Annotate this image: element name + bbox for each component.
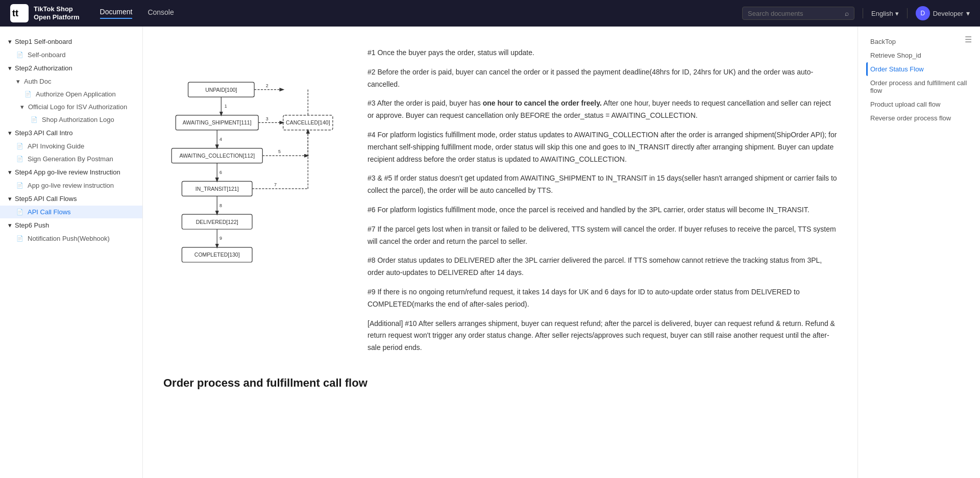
chevron-icon-step4: ▾ xyxy=(8,168,12,176)
nav-document[interactable]: Document xyxy=(100,8,133,19)
svg-text:COMPLETED[130]: COMPLETED[130] xyxy=(194,251,240,258)
description-panel: #1 Once the buyer pays the order, status… xyxy=(368,47,837,361)
svg-text:CANCELLED[140]: CANCELLED[140] xyxy=(286,119,330,125)
toc-item-retrieve-shop[interactable]: Retrieve Shop_id xyxy=(866,48,972,62)
doc-icon-golive: 📄 xyxy=(16,182,23,189)
logo-text: TikTok Shop Open Platform xyxy=(34,5,80,21)
doc-icon-auth: 📄 xyxy=(24,91,32,97)
toc-item-product-upload[interactable]: Product upload call flow xyxy=(866,97,972,111)
svg-text:3: 3 xyxy=(266,116,268,121)
chevron-icon-logo: ▾ xyxy=(20,103,24,111)
desc-2: #2 Before the order is paid, buyer can c… xyxy=(368,66,837,91)
svg-text:9: 9 xyxy=(219,236,222,241)
toc-menu-icon: ☰ xyxy=(965,35,972,44)
doc-icon-logo: 📄 xyxy=(31,116,38,123)
user-area[interactable]: D Developer ▾ xyxy=(916,6,970,20)
chevron-icon-step2: ▾ xyxy=(8,64,12,72)
svg-text:UNPAID[100]: UNPAID[100] xyxy=(205,87,237,93)
chevron-down-icon-user: ▾ xyxy=(966,9,970,17)
svg-text:IN_TRANSIT[121]: IN_TRANSIT[121] xyxy=(195,186,239,192)
desc-6: #6 For platform logistics fulfillment mo… xyxy=(368,204,837,216)
main-content: UNPAID[100] AWAITING_SHIPMENT[111] CANCE… xyxy=(143,27,857,478)
sidebar-item-shop-auth-logo[interactable]: 📄 Shop Authorization Logo xyxy=(0,113,142,126)
tiktok-logo-icon: tt xyxy=(10,4,29,22)
svg-text:5: 5 xyxy=(278,149,281,154)
desc-4: #4 For platform logistics fulfillment mo… xyxy=(368,129,837,165)
svg-text:8: 8 xyxy=(219,203,222,208)
sidebar-item-authorize-open-app[interactable]: 📄 Authorize Open Application xyxy=(0,88,142,100)
desc-3: #3 After the order is paid, buyer has on… xyxy=(368,97,837,122)
sidebar-item-app-golive[interactable]: 📄 App go-live review instruction xyxy=(0,179,142,192)
toc-item-reverse-order[interactable]: Reverse order process flow xyxy=(866,111,972,125)
desc-10: [Additional] #10 After sellers arranges … xyxy=(368,318,837,354)
toc-item-order-process[interactable]: Order process and fulfillment call flow xyxy=(866,76,972,97)
sidebar-item-self-onboard[interactable]: 📄 Self-onboard xyxy=(0,48,142,61)
sidebar-item-auth-doc[interactable]: ▾ Auth Doc xyxy=(0,75,142,88)
sidebar-item-sign-gen[interactable]: 📄 Sign Generation By Postman xyxy=(0,153,142,165)
search-box[interactable]: ⌕ xyxy=(742,7,854,20)
svg-text:1: 1 xyxy=(225,104,227,109)
header-right: ⌕ English ▾ D Developer ▾ xyxy=(742,6,970,20)
divider xyxy=(863,8,863,18)
divider2 xyxy=(907,8,908,18)
header: tt TikTok Shop Open Platform Document Co… xyxy=(0,0,980,27)
svg-text:DELIVERED[122]: DELIVERED[122] xyxy=(196,219,238,225)
flowchart-svg: UNPAID[100] AWAITING_SHIPMENT[111] CANCE… xyxy=(163,47,337,287)
right-toc: ☰ BackTop Retrieve Shop_id Order Status … xyxy=(857,27,980,478)
search-input[interactable] xyxy=(748,10,841,17)
svg-text:tt: tt xyxy=(12,8,18,18)
chevron-down-icon: ▾ xyxy=(895,10,899,17)
doc-icon-callflows: 📄 xyxy=(16,209,23,215)
sidebar-section-step1[interactable]: ▾ Step1 Self-onboard xyxy=(0,35,142,48)
toc-item-order-status-flow[interactable]: Order Status Flow xyxy=(866,62,972,76)
svg-text:6: 6 xyxy=(219,170,222,175)
sidebar-item-official-logo[interactable]: ▾ Official Logo for ISV Authorization xyxy=(0,100,142,113)
toc-item-backtop[interactable]: BackTop xyxy=(866,35,972,48)
sidebar-item-api-call-flows[interactable]: 📄 API Call Flows xyxy=(0,206,142,218)
sidebar: ▾ Step1 Self-onboard 📄 Self-onboard ▾ St… xyxy=(0,27,143,478)
svg-text:4: 4 xyxy=(219,137,222,142)
chevron-icon-step6: ▾ xyxy=(8,221,12,229)
logo-area[interactable]: tt TikTok Shop Open Platform xyxy=(10,4,80,22)
desc-1: #1 Once the buyer pays the order, status… xyxy=(368,47,837,59)
svg-text:AWAITING_COLLECTION[112]: AWAITING_COLLECTION[112] xyxy=(179,153,255,159)
layout: ▾ Step1 Self-onboard 📄 Self-onboard ▾ St… xyxy=(0,27,980,478)
chevron-icon-step1: ▾ xyxy=(8,38,12,45)
desc-5: #3 & #5 If order status doesn't get upda… xyxy=(368,172,837,197)
user-name: Developer xyxy=(933,10,963,17)
svg-text:AWAITING_SHIPMENT[111]: AWAITING_SHIPMENT[111] xyxy=(183,119,252,125)
desc-9: #9 If there is no ongoing return/refund … xyxy=(368,286,837,311)
language-selector[interactable]: English ▾ xyxy=(871,10,899,17)
sidebar-section-step5[interactable]: ▾ Step5 API Call Flows xyxy=(0,192,142,206)
chevron-icon-auth: ▾ xyxy=(16,78,20,85)
svg-text:2: 2 xyxy=(266,83,268,88)
header-nav: Document Console xyxy=(100,8,743,19)
nav-console[interactable]: Console xyxy=(148,8,174,18)
flowchart-section: UNPAID[100] AWAITING_SHIPMENT[111] CANCE… xyxy=(163,47,837,361)
desc-8: #8 Order status updates to DELIVERED aft… xyxy=(368,255,837,279)
doc-icon-webhook: 📄 xyxy=(16,235,23,242)
search-icon: ⌕ xyxy=(845,9,849,17)
sidebar-item-api-invoking[interactable]: 📄 API Invoking Guide xyxy=(0,140,142,153)
doc-icon-api: 📄 xyxy=(16,143,23,149)
sidebar-section-step2[interactable]: ▾ Step2 Authorization xyxy=(0,61,142,75)
sidebar-section-step3[interactable]: ▾ Step3 API Call Intro xyxy=(0,126,142,140)
svg-text:7: 7 xyxy=(274,182,277,187)
doc-icon-sign: 📄 xyxy=(16,156,23,162)
chevron-icon-step5: ▾ xyxy=(8,195,12,203)
desc-7: #7 If the parcel gets lost when in trans… xyxy=(368,223,837,248)
section-heading: Order process and fulfillment call flow xyxy=(163,376,837,390)
doc-icon: 📄 xyxy=(16,52,23,58)
sidebar-item-webhook[interactable]: 📄 Notification Push(Webhook) xyxy=(0,232,142,245)
avatar: D xyxy=(916,6,930,20)
sidebar-section-step4[interactable]: ▾ Step4 App go-live review Instruction xyxy=(0,165,142,179)
flowchart: UNPAID[100] AWAITING_SHIPMENT[111] CANCE… xyxy=(163,47,347,288)
chevron-icon-step3: ▾ xyxy=(8,129,12,137)
sidebar-section-step6[interactable]: ▾ Step6 Push xyxy=(0,218,142,232)
